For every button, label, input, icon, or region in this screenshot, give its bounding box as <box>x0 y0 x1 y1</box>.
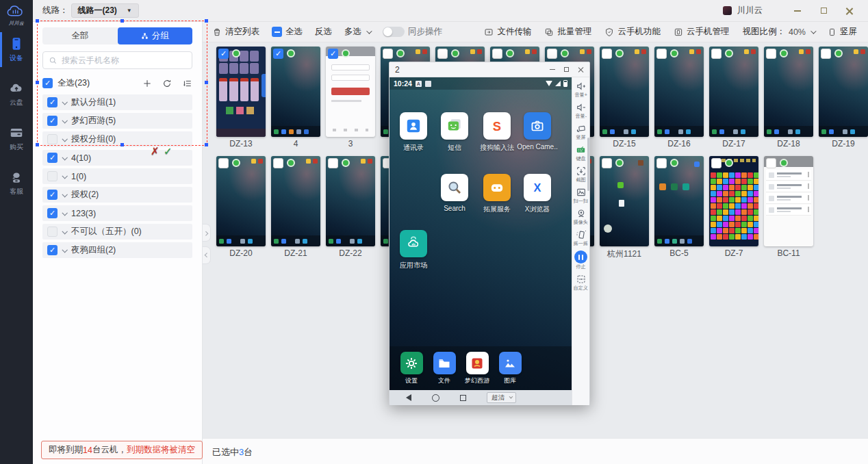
tool-自定义[interactable]: 自定义 <box>573 274 589 292</box>
search-box[interactable] <box>42 51 192 69</box>
group-row[interactable]: ✓夜鸦四组(2) <box>42 242 192 258</box>
device-checkbox[interactable] <box>492 49 502 59</box>
view-scale-select[interactable]: 视图比例： 40% <box>742 26 815 38</box>
chevron-down-icon[interactable] <box>62 192 67 197</box>
group-row[interactable]: ✓默认分组(1) <box>42 94 192 110</box>
device-checkbox[interactable] <box>766 49 776 59</box>
device-screen[interactable] <box>819 47 868 137</box>
batch-manage-button[interactable]: 批量管理 <box>544 26 591 38</box>
portrait-mode-button[interactable]: 竖屏 <box>828 26 857 38</box>
panel-collapse-handle[interactable] <box>203 246 211 264</box>
device-card[interactable]: DZ-20 <box>216 156 266 261</box>
device-checkbox[interactable]: ✓ <box>218 49 229 59</box>
tool-摄像头[interactable]: 摄像头 <box>573 208 589 226</box>
sync-toggle[interactable] <box>383 27 405 37</box>
device-screen[interactable] <box>271 156 320 246</box>
device-checkbox[interactable] <box>547 49 557 59</box>
sidebar-item-购买[interactable]: 购买 <box>0 125 33 152</box>
minimize-button[interactable] <box>787 3 808 18</box>
selection-handle[interactable] <box>36 143 39 146</box>
group-checkbox[interactable] <box>47 227 58 237</box>
device-screen[interactable] <box>764 156 813 246</box>
device-card[interactable]: DZ-19 <box>819 47 868 151</box>
select-all-checkbox[interactable]: ✓ <box>42 78 53 88</box>
device-card[interactable]: DZ-7 <box>709 156 758 261</box>
phone-app-搜狗输入法[interactable]: S搜狗输入法 <box>476 112 518 153</box>
dock-app-设置[interactable]: 设置 <box>399 352 424 390</box>
selection-handle[interactable] <box>36 19 39 23</box>
tool-strip-scrollbar[interactable] <box>587 138 589 191</box>
device-checkbox[interactable] <box>656 158 667 168</box>
device-screen[interactable] <box>600 47 649 137</box>
phone-app-X浏览器[interactable]: XX浏览器 <box>517 174 558 214</box>
device-card[interactable]: BC-5 <box>654 156 704 261</box>
maximize-button[interactable] <box>813 3 834 18</box>
device-card[interactable]: ✓3 <box>326 47 375 151</box>
device-screen[interactable]: ✓ <box>271 47 320 137</box>
device-screen[interactable]: ✓ <box>326 47 375 137</box>
chevron-down-icon[interactable] <box>62 99 67 105</box>
device-card[interactable]: 杭州1121 <box>600 156 649 261</box>
device-screen[interactable] <box>764 47 813 137</box>
group-row[interactable]: ✓授权(2) <box>42 187 192 203</box>
search-input[interactable] <box>62 55 186 65</box>
device-checkbox[interactable] <box>602 158 612 168</box>
selection-handle[interactable] <box>205 19 208 23</box>
annotation-confirm-icon[interactable]: ✓ <box>164 146 173 156</box>
device-screen[interactable] <box>326 156 375 246</box>
device-checkbox[interactable] <box>328 158 338 168</box>
quality-select[interactable]: 超清 <box>487 392 516 403</box>
close-button[interactable] <box>839 3 860 18</box>
device-checkbox[interactable] <box>218 158 229 168</box>
device-card[interactable]: BC-11 <box>764 156 813 261</box>
group-row[interactable]: ✓梦幻西游(5) <box>42 113 192 129</box>
device-checkbox[interactable] <box>766 158 776 168</box>
group-row[interactable]: ✓123(3) <box>42 205 192 221</box>
phone-close-button[interactable] <box>578 66 584 73</box>
group-checkbox[interactable]: ✓ <box>47 190 58 200</box>
phone-app-Open Came..[interactable]: Open Came.. <box>517 112 558 151</box>
sidebar-item-设备[interactable]: 设备 <box>0 36 33 63</box>
phone-app-应用市场[interactable]: 应用市场 <box>393 230 434 270</box>
dock-app-图库[interactable]: 图库 <box>498 352 522 390</box>
group-row[interactable]: 不可以（五开）(0) <box>42 224 192 240</box>
device-screen[interactable] <box>600 156 649 246</box>
device-card[interactable]: DZ-18 <box>764 47 813 151</box>
group-checkbox[interactable]: ✓ <box>47 208 58 218</box>
group-checkbox[interactable]: ✓ <box>47 116 58 126</box>
refresh-icon[interactable] <box>162 79 172 88</box>
group-checkbox[interactable]: ✓ <box>47 245 58 255</box>
device-card[interactable]: ✓DZ-13 <box>216 47 266 151</box>
select-all-toolbar[interactable]: 全选 <box>272 26 303 38</box>
selection-handle[interactable] <box>205 143 208 146</box>
selection-handle[interactable] <box>205 81 208 84</box>
phone-manage-button[interactable]: 云手机管理 <box>674 26 730 38</box>
phone-app-Search[interactable]: Search <box>434 174 475 212</box>
device-checkbox[interactable] <box>821 49 831 59</box>
phone-minimize-button[interactable] <box>550 69 555 70</box>
phone-maximize-button[interactable] <box>564 67 569 72</box>
chevron-down-icon[interactable] <box>62 155 67 160</box>
sidebar-item-客服[interactable]: 客服 <box>0 170 33 196</box>
dock-app-梦幻西游[interactable]: 梦幻西游 <box>465 352 489 390</box>
tool-摇一摇[interactable]: 摇一摇 <box>573 229 589 247</box>
tab-grouped[interactable]: 分组 <box>118 27 193 44</box>
device-checkbox[interactable] <box>602 49 612 59</box>
device-card[interactable]: DZ-22 <box>326 156 375 261</box>
device-checkbox[interactable]: ✓ <box>328 49 338 59</box>
group-checkbox[interactable]: ✓ <box>47 153 58 163</box>
chevron-down-icon[interactable] <box>62 229 67 234</box>
phone-window-titlebar[interactable]: 2 <box>390 62 589 77</box>
tool-竖屏[interactable]: 竖屏 <box>576 123 587 141</box>
tool-截图[interactable]: 截图 <box>576 166 587 183</box>
device-checkbox[interactable] <box>437 49 448 59</box>
group-checkbox[interactable]: ✓ <box>47 97 58 107</box>
tool-音量+[interactable]: 音量+ <box>574 81 587 99</box>
selection-handle[interactable] <box>120 19 124 23</box>
clear-list-button[interactable]: 清空列表 <box>212 26 259 38</box>
device-screen[interactable] <box>709 156 758 246</box>
sidebar-item-云盘[interactable]: 云盘 <box>0 81 33 107</box>
home-button[interactable] <box>432 394 439 402</box>
chevron-down-icon[interactable] <box>62 136 67 142</box>
back-button[interactable] <box>406 394 411 401</box>
